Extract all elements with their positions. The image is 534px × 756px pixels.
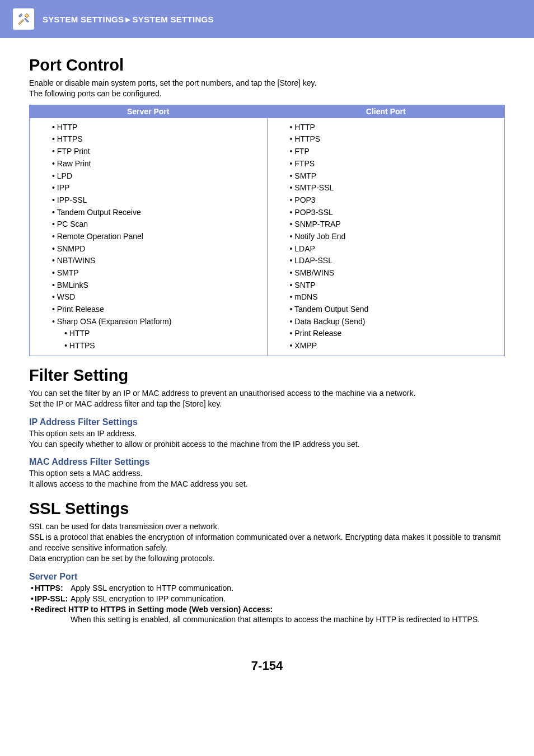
ssl-https-row: • HTTPS: Apply SSL encryption to HTTP co… bbox=[29, 583, 505, 594]
text: This option sets a MAC address. bbox=[29, 469, 142, 478]
list-item: HTTP bbox=[52, 122, 257, 134]
list-item: SMTP bbox=[290, 170, 495, 183]
port-control-title: Port Control bbox=[29, 56, 505, 74]
ssl-ipp-term: IPP-SSL: bbox=[35, 594, 71, 604]
mac-filter-body: This option sets a MAC address. It allow… bbox=[29, 468, 505, 489]
ssl-definitions: • HTTPS: Apply SSL encryption to HTTP co… bbox=[29, 583, 505, 626]
ssl-redirect-term: Redirect HTTP to HTTPS in Setting mode (… bbox=[35, 604, 273, 615]
list-item: Raw Print bbox=[52, 158, 257, 170]
server-port-list: HTTPHTTPSFTP PrintRaw PrintLPDIPPIPP-SSL… bbox=[52, 122, 257, 352]
list-item: XMPP bbox=[290, 340, 495, 352]
list-item: mDNS bbox=[290, 291, 495, 304]
ssl-redirect-row: • Redirect HTTP to HTTPS in Setting mode… bbox=[29, 604, 505, 615]
list-item: Sharp OSA (Expansion Platform) bbox=[52, 316, 257, 328]
ip-filter-heading: IP Address Filter Settings bbox=[29, 417, 505, 427]
text: SSL is a protocol that enables the encry… bbox=[29, 533, 500, 552]
ssl-title: SSL Settings bbox=[29, 500, 505, 518]
list-item: LPD bbox=[52, 170, 257, 183]
client-port-header: Client Port bbox=[267, 105, 505, 118]
list-item: Tandem Output Send bbox=[290, 304, 495, 316]
list-item: Print Release bbox=[52, 304, 257, 316]
list-item: SMB/WINS bbox=[290, 267, 495, 279]
list-item: Tandem Output Receive bbox=[52, 207, 257, 219]
text: The following ports can be configured. bbox=[29, 89, 162, 98]
text: This option sets an IP address. bbox=[29, 429, 137, 438]
svg-rect-0 bbox=[18, 20, 24, 25]
list-item: SNMPD bbox=[52, 243, 257, 255]
list-item: HTTPS bbox=[290, 133, 495, 146]
list-item: Data Backup (Send) bbox=[290, 316, 495, 328]
filter-title: Filter Setting bbox=[29, 366, 505, 385]
list-item: HTTP bbox=[52, 328, 257, 340]
ssl-https-term: HTTPS: bbox=[35, 583, 71, 594]
port-table: Server Port Client Port HTTPHTTPSFTP Pri… bbox=[29, 105, 505, 356]
list-item: FTP Print bbox=[52, 146, 257, 158]
svg-rect-1 bbox=[25, 18, 29, 22]
ssl-intro: SSL can be used for data transmission ov… bbox=[29, 521, 505, 564]
ssl-server-heading: Server Port bbox=[29, 572, 505, 582]
ssl-ipp-row: • IPP-SSL: Apply SSL encryption to IPP c… bbox=[29, 594, 505, 604]
list-item: SMTP bbox=[52, 267, 257, 279]
server-port-header: Server Port bbox=[30, 105, 268, 118]
ip-filter-body: This option sets an IP address. You can … bbox=[29, 428, 505, 450]
text: Data encryption can be set by the follow… bbox=[29, 554, 215, 563]
header-bar: SYSTEM SETTINGS►SYSTEM SETTINGS bbox=[0, 0, 534, 38]
filter-intro: You can set the filter by an IP or MAC a… bbox=[29, 388, 505, 409]
text: It allows access to the machine from the… bbox=[29, 479, 248, 488]
bullet-icon: • bbox=[29, 583, 35, 594]
list-item: POP3-SSL bbox=[290, 207, 495, 219]
list-item: POP3 bbox=[290, 194, 495, 207]
text: SSL can be used for data transmission ov… bbox=[29, 522, 219, 531]
text: Enable or disable main system ports, set… bbox=[29, 78, 316, 87]
mac-filter-heading: MAC Address Filter Settings bbox=[29, 457, 505, 467]
page-content: Port Control Enable or disable main syst… bbox=[0, 38, 534, 625]
breadcrumb: SYSTEM SETTINGS►SYSTEM SETTINGS bbox=[43, 15, 214, 24]
page-number: 7-154 bbox=[0, 659, 534, 690]
ssl-redirect-desc: When this setting is enabled, all commun… bbox=[29, 614, 505, 625]
text: You can set the filter by an IP or MAC a… bbox=[29, 389, 415, 398]
client-port-list: HTTPHTTPSFTPFTPSSMTPSMTP-SSLPOP3POP3-SSL… bbox=[290, 122, 495, 352]
list-item: IPP bbox=[52, 182, 257, 194]
list-item: FTP bbox=[290, 146, 495, 158]
list-item: IPP-SSL bbox=[52, 194, 257, 207]
bullet-icon: • bbox=[29, 594, 35, 604]
tools-icon bbox=[12, 8, 35, 30]
list-item: HTTPS bbox=[52, 133, 257, 146]
list-item: SNTP bbox=[290, 279, 495, 292]
list-item: HTTP bbox=[290, 122, 495, 134]
list-item: Print Release bbox=[290, 328, 495, 340]
list-item: HTTPS bbox=[52, 340, 257, 352]
text: Set the IP or MAC address filter and tap… bbox=[29, 399, 222, 408]
list-item: Notify Job End bbox=[290, 231, 495, 243]
list-item: WSD bbox=[52, 291, 257, 304]
list-item: NBT/WINS bbox=[52, 255, 257, 267]
list-item: SMTP-SSL bbox=[290, 182, 495, 194]
list-item: PC Scan bbox=[52, 218, 257, 231]
ssl-ipp-desc: Apply SSL encryption to IPP communicatio… bbox=[71, 594, 226, 604]
bullet-icon: • bbox=[29, 604, 35, 615]
list-item: LDAP-SSL bbox=[290, 255, 495, 267]
list-item: BMLinkS bbox=[52, 279, 257, 292]
ssl-https-desc: Apply SSL encryption to HTTP communicati… bbox=[71, 583, 233, 594]
list-item: SNMP-TRAP bbox=[290, 218, 495, 231]
list-item: FTPS bbox=[290, 158, 495, 170]
port-control-intro: Enable or disable main system ports, set… bbox=[29, 78, 505, 99]
list-item: Remote Operation Panel bbox=[52, 231, 257, 243]
list-item: LDAP bbox=[290, 243, 495, 255]
text: You can specify whether to allow or proh… bbox=[29, 440, 360, 449]
